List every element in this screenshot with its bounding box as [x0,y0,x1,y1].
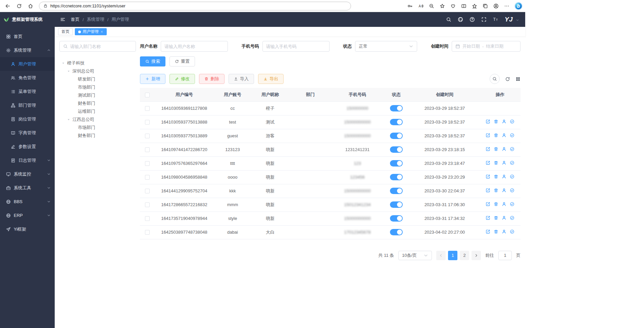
sidebar-item-bbs[interactable]: BBS [0,195,55,208]
row-reset-password-icon[interactable] [502,133,506,138]
tree-node[interactable]: 财务部门 [59,99,136,107]
collections-icon[interactable] [480,1,490,11]
tree-node[interactable]: 财务部门 [59,132,136,140]
page-size-select[interactable]: 10条/页 [398,251,432,260]
caret-down-icon[interactable] [66,69,71,73]
breadcrumb-system[interactable]: 系统管理 [87,16,104,22]
tree-node[interactable]: 研发部门 [59,75,136,83]
row-edit-icon[interactable] [486,216,490,220]
search-icon[interactable] [446,17,451,22]
row-checkbox[interactable] [145,189,150,193]
status-toggle[interactable] [390,188,403,194]
row-reset-password-icon[interactable] [502,229,506,234]
key-icon[interactable] [405,1,415,11]
import-button[interactable]: 导入 [229,74,254,84]
row-edit-icon[interactable] [486,229,490,234]
sidebar-item-erp[interactable]: ERP [0,208,55,222]
fullscreen-icon[interactable] [481,17,487,22]
row-checkbox[interactable] [145,230,150,235]
status-toggle[interactable] [390,229,403,235]
favorite-star-icon[interactable] [437,1,447,11]
row-delete-icon[interactable] [494,188,498,193]
row-assign-icon[interactable] [510,119,514,124]
row-edit-icon[interactable] [486,119,490,124]
tab-home[interactable]: 首页 [58,28,73,35]
username-input[interactable] [164,44,224,49]
row-reset-password-icon[interactable] [502,160,506,165]
column-settings-button[interactable] [515,77,521,82]
sidebar-item-log[interactable]: 日志管理 [0,153,55,167]
row-reset-password-icon[interactable] [502,174,506,179]
row-assign-icon[interactable] [510,147,514,151]
row-assign-icon[interactable] [510,174,514,179]
row-checkbox[interactable] [145,175,150,180]
status-toggle[interactable] [390,105,403,111]
table-refresh-button[interactable] [505,77,510,82]
caret-down-icon[interactable] [66,118,71,122]
page-jump-input[interactable] [498,251,512,260]
status-toggle[interactable] [390,174,403,180]
row-checkbox[interactable] [145,106,150,111]
sidebar-item-home[interactable]: 首页 [0,30,55,43]
sidebar-item-dept[interactable]: 部门管理 [0,98,55,112]
home-icon[interactable] [26,1,36,11]
row-assign-icon[interactable] [510,202,514,206]
favorites-bar-icon[interactable] [469,1,480,11]
date-range-picker[interactable]: 开始日期 - 结束日期 [452,41,521,52]
tree-node[interactable]: 运维部门 [59,107,136,115]
row-delete-icon[interactable] [494,174,498,179]
row-delete-icon[interactable] [494,229,498,234]
status-toggle[interactable] [390,146,403,153]
read-aloud-icon[interactable]: A [416,1,426,11]
row-assign-icon[interactable] [510,229,514,234]
row-reset-password-icon[interactable] [502,202,506,206]
breadcrumb-home[interactable]: 首页 [71,16,80,22]
phone-input[interactable] [266,44,326,49]
back-icon[interactable] [3,1,13,11]
tree-node[interactable]: 市场部门 [59,124,136,132]
row-edit-icon[interactable] [486,160,490,165]
search-button[interactable]: 搜索 [140,56,165,66]
split-screen-icon[interactable] [459,1,469,11]
reset-button[interactable]: 重置 [169,56,195,66]
row-edit-icon[interactable] [486,174,490,179]
refresh-icon[interactable] [14,1,24,11]
next-page-button[interactable] [472,251,481,260]
status-toggle[interactable] [390,215,403,222]
tree-node[interactable]: 江西总公司 [59,115,136,124]
tree-node[interactable]: 测试部门 [59,91,136,99]
sidebar-item-post[interactable]: 岗位管理 [0,112,55,126]
sidebar-item-role[interactable]: 角色管理 [0,71,55,85]
more-icon[interactable] [502,1,512,11]
row-assign-icon[interactable] [510,160,514,165]
tree-node[interactable]: 深圳总公司 [59,67,136,75]
collapse-menu-icon[interactable] [60,17,65,22]
address-bar[interactable]: https://ccnetcore.com:1101/system/user [39,2,351,10]
row-reset-password-icon[interactable] [502,216,506,220]
edit-button[interactable]: 修改 [169,74,195,84]
export-button[interactable]: 导出 [258,74,284,84]
add-button[interactable]: 新增 [140,74,165,84]
font-size-icon[interactable]: TT [493,17,498,22]
sidebar-item-yi-framework[interactable]: Yi框架 [0,222,55,236]
row-checkbox[interactable] [145,147,150,152]
row-edit-icon[interactable] [486,133,490,138]
row-checkbox[interactable] [145,216,150,221]
essentials-heart-icon[interactable] [448,1,458,11]
row-checkbox[interactable] [145,202,150,207]
row-assign-icon[interactable] [510,133,514,138]
row-checkbox[interactable] [145,161,150,166]
row-reset-password-icon[interactable] [502,188,506,193]
table-search-button[interactable] [490,74,500,84]
zoom-out-icon[interactable] [427,1,437,11]
status-toggle[interactable] [390,201,403,208]
status-toggle[interactable] [390,160,403,167]
sidebar-item-system[interactable]: 系统管理 [0,43,55,57]
row-reset-password-icon[interactable] [502,147,506,151]
status-toggle[interactable] [390,119,403,125]
tree-node[interactable]: 橙子科技 [59,59,136,67]
profile-icon[interactable] [491,1,501,11]
github-icon[interactable] [458,17,463,22]
row-checkbox[interactable] [145,120,150,125]
row-checkbox[interactable] [145,134,150,138]
